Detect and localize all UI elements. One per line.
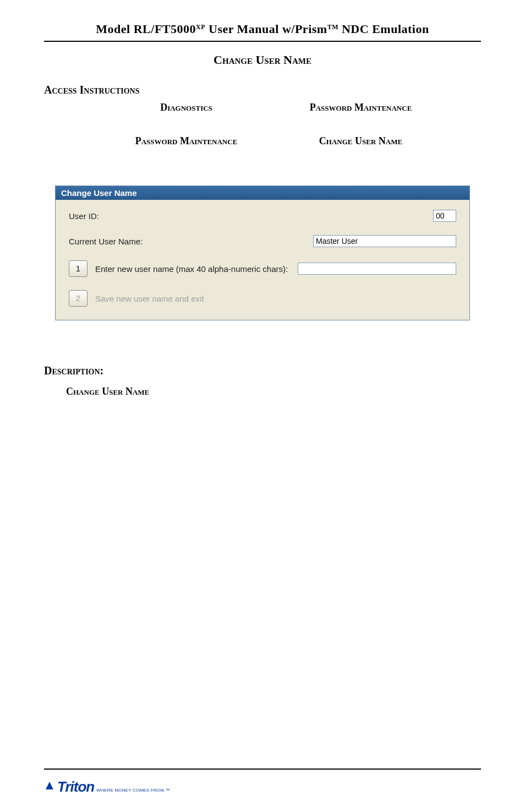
row-user-id: User ID: [69, 210, 456, 222]
save-exit-label: Save new user name and exit [95, 294, 204, 303]
description-label: Description: [44, 364, 481, 377]
new-user-name-input[interactable] [298, 263, 456, 275]
instruction-diagnostics: Diagnostics [99, 102, 274, 113]
user-id-field [433, 210, 456, 222]
page-heading: Change User Name [44, 53, 481, 67]
window-titlebar: Change User Name [56, 186, 469, 200]
logo-text: Triton [57, 778, 94, 795]
instructions-grid: Diagnostics Password Maintenance Passwor… [44, 102, 481, 147]
option-2-button: 2 [69, 290, 88, 307]
change-user-name-window: Change User Name User ID: Current User N… [55, 186, 470, 320]
logo-mark-icon [44, 780, 55, 794]
current-user-name-field [313, 235, 456, 247]
current-user-name-label: Current User Name: [69, 237, 143, 246]
instruction-change-user-name: Change User Name [274, 135, 448, 147]
description-body: Change User Name [44, 386, 481, 397]
page-filler [44, 397, 481, 769]
access-instructions-label: Access Instructions [44, 84, 481, 96]
row-save-exit: 2 Save new user name and exit [69, 290, 456, 307]
title-mid: User Manual w/Prism [205, 22, 327, 36]
instruction-password-maintenance-1: Password Maintenance [274, 102, 448, 113]
window-body: User ID: Current User Name: 1 Enter new … [56, 200, 469, 320]
title-sup-xp: XP [196, 23, 205, 31]
option-1-button[interactable]: 1 [69, 260, 88, 277]
instruction-password-maintenance-2: Password Maintenance [99, 135, 274, 147]
enter-new-name-label: Enter new user name (max 40 alpha-numeri… [95, 264, 288, 274]
row-current-user-name: Current User Name: [69, 235, 456, 247]
logo-tagline: WHERE MONEY COMES FROM.™ [96, 788, 170, 793]
title-post: NDC Emulation [338, 22, 429, 36]
title-pre: Model RL/FT5000 [96, 22, 196, 36]
footer-logo: Triton WHERE MONEY COMES FROM.™ [44, 778, 481, 795]
footer-rule [44, 769, 481, 770]
user-id-label: User ID: [69, 211, 99, 221]
description-emph: Change User Name [66, 386, 149, 397]
manual-title: Model RL/FT5000XP User Manual w/PrismTM … [44, 22, 481, 36]
title-sup-tm: TM [327, 23, 338, 31]
header-rule [44, 41, 481, 42]
row-enter-new-name: 1 Enter new user name (max 40 alpha-nume… [69, 260, 456, 277]
